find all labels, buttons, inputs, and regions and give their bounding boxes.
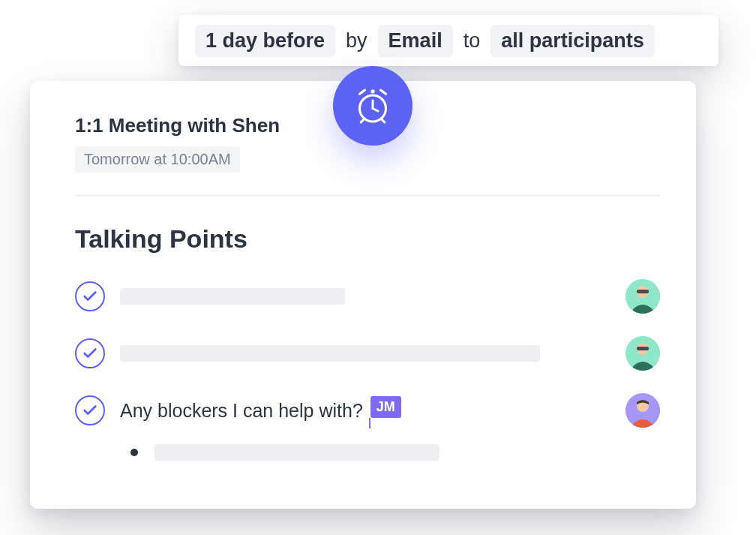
talking-point-row: Any blockers I can help with? JM	[75, 393, 660, 428]
redacted-text-placeholder	[120, 288, 345, 305]
flag-badge[interactable]: JM	[370, 396, 401, 418]
talking-points-list: Any blockers I can help with? JM	[75, 279, 660, 428]
meeting-time-badge: Tomorrow at 10:00AM	[75, 146, 240, 173]
checkbox-checked[interactable]	[75, 281, 105, 311]
talking-point-content[interactable]: Any blockers I can help with? JM	[120, 396, 610, 425]
reminder-bar: 1 day before by Email to all participant…	[178, 15, 718, 66]
redacted-text-placeholder	[120, 345, 540, 362]
checkbox-checked[interactable]	[75, 395, 105, 425]
reminder-method-token[interactable]: Email	[378, 25, 453, 57]
talking-point-row	[75, 336, 660, 371]
talking-point-row	[75, 279, 660, 314]
divider	[75, 195, 660, 196]
redacted-text-placeholder[interactable]	[154, 444, 440, 461]
svg-rect-8	[637, 290, 649, 293]
reminder-timing-token[interactable]: 1 day before	[195, 25, 335, 57]
svg-line-5	[381, 119, 384, 122]
svg-rect-11	[637, 347, 649, 350]
avatar[interactable]	[626, 393, 660, 428]
section-title: Talking Points	[75, 224, 660, 254]
checkbox-checked[interactable]	[75, 338, 105, 368]
meeting-card: 1:1 Meeting with Shen Tomorrow at 10:00A…	[30, 81, 696, 509]
reminder-recipients-token[interactable]: all participants	[490, 25, 655, 57]
svg-line-4	[361, 119, 364, 122]
avatar[interactable]	[626, 279, 660, 314]
alarm-clock-icon	[333, 66, 412, 146]
svg-point-3	[370, 89, 374, 93]
talking-point-content[interactable]	[120, 288, 610, 305]
svg-line-2	[373, 109, 378, 112]
talking-point-text: Any blockers I can help with?	[120, 400, 363, 422]
reminder-to-label: to	[464, 29, 481, 53]
bullet-icon	[130, 449, 138, 456]
talking-point-content[interactable]	[120, 345, 610, 362]
reminder-by-label: by	[346, 29, 368, 53]
avatar[interactable]	[626, 336, 660, 371]
sub-bullet-row	[130, 444, 660, 461]
